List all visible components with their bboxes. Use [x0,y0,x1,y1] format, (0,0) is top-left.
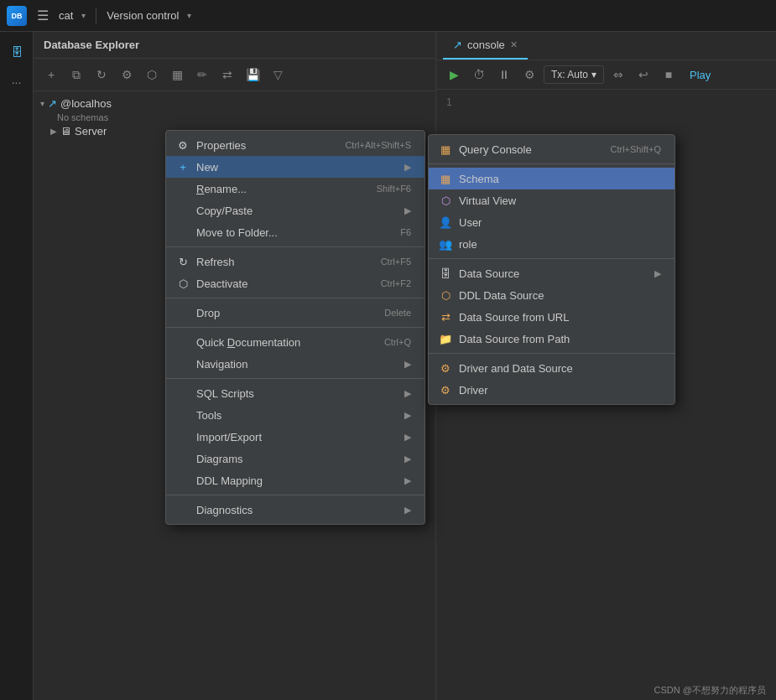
filter-button[interactable]: ▽ [267,64,289,86]
menu-item-quick-doc[interactable]: Quick Documentation Ctrl+Q [166,331,424,353]
submenu-label-role: role [459,238,477,251]
play-label[interactable]: Play [683,64,717,86]
menu-label-copy-paste: Copy/Paste [196,205,253,217]
console-tab[interactable]: ↗ console ✕ [443,32,528,60]
submenu-item-driver[interactable]: ⚙ Driver [429,379,674,401]
menu-item-tools[interactable]: Tools ▶ [166,404,424,426]
copy-button[interactable]: ⧉ [65,64,87,86]
submenu-item-data-source-url[interactable]: ⇄ Data Source from URL [429,306,674,328]
menu-item-diagrams[interactable]: Diagrams ▶ [166,448,424,469]
user-icon: 👤 [439,215,452,229]
tx-label: Tx: Auto [551,69,588,80]
menu-item-import-export[interactable]: Import/Export ▶ [166,426,424,448]
project-name: cat [59,9,73,22]
sql-scripts-icon [176,386,190,400]
save-button[interactable]: 💾 [242,64,263,86]
ddl-mapping-icon [176,474,190,487]
submenu-label-user: User [459,216,482,229]
tx-selector[interactable]: Tx: Auto ▾ [544,65,604,84]
submenu-item-user[interactable]: 👤 User [429,211,674,233]
menu-label-sql-scripts: SQL Scripts [196,387,254,400]
diagrams-icon [176,452,190,465]
navigation-arrow: ▶ [404,359,411,370]
status-bar: CSDN @不想努力的程序员 [644,681,776,700]
import-export-icon [176,430,190,443]
copy-paste-icon [176,204,190,217]
menu-item-rename[interactable]: Rename... Shift+F6 [166,178,424,200]
submenu-item-schema[interactable]: ▦ Schema [429,168,674,189]
submenu-item-query-console[interactable]: ▦ Query Console Ctrl+Shift+Q [429,138,674,160]
submenu-item-virtual-view[interactable]: ⬡ Virtual View [429,189,674,211]
refresh-button[interactable]: ↻ [91,64,112,86]
menu-item-diagnostics[interactable]: Diagnostics ▶ [166,499,424,521]
move-folder-icon [176,226,190,239]
top-bar: DB ☰ cat ▾ Version control ▾ [0,0,776,32]
menu-item-move-folder[interactable]: Move to Folder... F6 [166,221,424,243]
grid-button[interactable]: ▦ [166,64,188,86]
version-control-dropdown-arrow[interactable]: ▾ [187,11,191,20]
menu-item-properties[interactable]: ⚙ Properties Ctrl+Alt+Shift+S [166,134,424,156]
link-button[interactable]: ⇔ [607,64,629,86]
database-icon[interactable]: 🗄 [3,39,30,65]
menu-item-ddl-mapping[interactable]: DDL Mapping ▶ [166,469,424,491]
menu-item-sql-scripts[interactable]: SQL Scripts ▶ [166,382,424,404]
tab-close-button[interactable]: ✕ [510,39,518,50]
submenu-item-ddl-data-source[interactable]: ⬡ DDL Data Source [429,284,674,306]
transfer-button[interactable]: ⇄ [216,64,238,86]
diagnostics-icon [176,503,190,516]
edit-button[interactable]: ✏ [191,64,213,86]
settings-button[interactable]: ⚙ [116,64,138,86]
tree-root-label: @localhos [60,97,112,110]
submenu-item-data-source[interactable]: 🗄 Data Source ▶ [429,262,674,284]
submenu-separator-2 [429,258,674,259]
separator-2 [166,298,424,298]
shortcut-query-console: Ctrl+Shift+Q [610,144,661,154]
submenu-item-data-source-path[interactable]: 📁 Data Source from Path [429,328,674,350]
menu-label-diagnostics: Diagnostics [196,504,253,516]
main-context-menu[interactable]: ⚙ Properties Ctrl+Alt+Shift+S + New ▶ Re… [165,130,425,525]
sql-scripts-arrow: ▶ [404,388,411,399]
menu-label-import-export: Import/Export [196,431,262,443]
menu-item-navigation[interactable]: Navigation ▶ [166,353,424,375]
shortcut-quick-doc: Ctrl+Q [384,337,411,347]
tree-expand-arrow: ▾ [40,99,44,108]
submenu-new[interactable]: ▦ Query Console Ctrl+Shift+Q ▦ Schema ⬡ … [428,134,675,405]
hamburger-button[interactable]: ☰ [34,4,52,27]
tx-arrow: ▾ [591,69,596,80]
icon-bar: 🗄 ··· [0,32,34,700]
menu-item-copy-paste[interactable]: Copy/Paste ▶ [166,200,424,221]
square-button[interactable]: ■ [658,64,680,86]
tree-root-item[interactable]: ▾ ↗ @localhos [34,95,435,112]
shortcut-rename: Shift+F6 [377,184,411,194]
history-button[interactable]: ⏱ [468,64,490,86]
schema-button[interactable]: ⬡ [141,64,163,86]
navigation-icon [176,357,190,371]
add-button[interactable]: + [40,64,62,86]
tree-server-arrow: ▶ [50,127,57,136]
separator-3 [166,327,424,328]
menu-item-refresh[interactable]: ↻ Refresh Ctrl+F5 [166,251,424,272]
submenu-label-ddl-data-source: DDL Data Source [459,289,544,302]
submenu-separator-1 [429,163,674,164]
run-button[interactable]: ▶ [443,64,465,86]
undo-button[interactable]: ↩ [633,64,654,86]
menu-item-new[interactable]: + New ▶ [166,156,424,178]
menu-item-deactivate[interactable]: ⬡ Deactivate Ctrl+F2 [166,272,424,294]
refresh-icon: ↻ [176,255,190,268]
version-control[interactable]: Version control [107,9,179,22]
submenu-item-role[interactable]: 👥 role [429,233,674,255]
stop-button[interactable]: ⏸ [493,64,515,86]
submenu-label-query-console: Query Console [459,143,532,156]
quick-doc-icon [176,335,190,349]
shortcut-deactivate: Ctrl+F2 [381,278,411,288]
submenu-item-driver-data-source[interactable]: ⚙ Driver and Data Source [429,357,674,379]
menu-item-drop[interactable]: Drop Delete [166,302,424,324]
project-dropdown-arrow[interactable]: ▾ [81,11,86,20]
copy-paste-arrow: ▶ [404,205,411,216]
config-button[interactable]: ⚙ [518,64,540,86]
tab-label: console [467,39,505,51]
db-panel-title: Database Explorer [44,39,139,51]
more-icon[interactable]: ··· [3,69,30,96]
ddl-mapping-arrow: ▶ [404,475,411,486]
menu-label-new: New [196,161,218,174]
